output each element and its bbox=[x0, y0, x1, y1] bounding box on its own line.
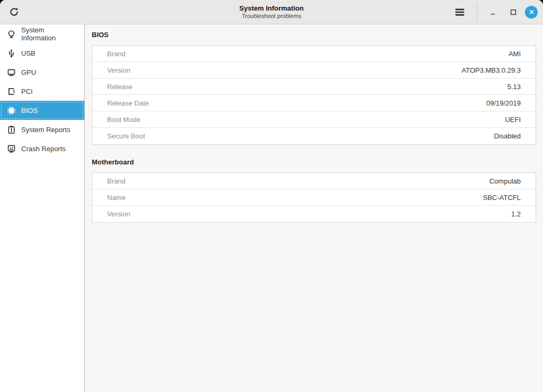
sidebar-item-pci[interactable]: PCI bbox=[0, 82, 84, 101]
refresh-button[interactable] bbox=[5, 4, 22, 21]
sidebar-item-system-reports[interactable]: System Reports bbox=[0, 120, 84, 139]
maximize-button[interactable] bbox=[505, 4, 522, 21]
window-title: System Information bbox=[239, 4, 303, 13]
table-row: Release 5.13 bbox=[92, 79, 536, 95]
row-value: ATOP3.MB3.0.29.3 bbox=[461, 66, 521, 74]
section-heading: Motherboard bbox=[92, 159, 536, 166]
row-value: 09/19/2019 bbox=[486, 99, 521, 107]
window-subtitle: Troubleshoot problems bbox=[239, 13, 303, 20]
minimize-icon bbox=[489, 8, 497, 16]
row-value: Disabled bbox=[494, 132, 521, 140]
sidebar-item-label: BIOS bbox=[21, 107, 38, 115]
app-body: System Information USB GPU PCI BIOS Syst… bbox=[0, 24, 543, 392]
maximize-icon bbox=[509, 8, 518, 16]
section-heading: BIOS bbox=[92, 31, 536, 39]
row-label: Brand bbox=[107, 177, 126, 185]
row-label: Version bbox=[107, 66, 130, 74]
row-label: Release bbox=[107, 83, 133, 91]
section-bios: BIOS Brand AMI Version ATOP3.MB3.0.29.3 … bbox=[92, 31, 536, 145]
row-label: Release Date bbox=[107, 99, 149, 107]
row-value: SBC-ATCFL bbox=[483, 194, 521, 202]
display-icon bbox=[6, 67, 16, 77]
close-icon bbox=[528, 8, 536, 16]
sidebar-item-usb[interactable]: USB bbox=[0, 43, 84, 63]
crash-face-icon bbox=[6, 144, 16, 153]
clipboard-alert-icon bbox=[6, 125, 16, 134]
row-label: Version bbox=[107, 210, 130, 218]
table-row: Boot Mode UEFI bbox=[92, 111, 536, 128]
sidebar-item-crash-reports[interactable]: Crash Reports bbox=[0, 139, 84, 158]
table-row: Brand Compulab bbox=[92, 173, 536, 189]
table-row: Brand AMI bbox=[92, 46, 536, 62]
table-row: Version ATOP3.MB3.0.29.3 bbox=[92, 62, 536, 79]
hamburger-menu-icon bbox=[454, 6, 466, 18]
row-value: 5.13 bbox=[507, 83, 521, 91]
table-row: Version 1.2 bbox=[92, 206, 536, 222]
sidebar-item-gpu[interactable]: GPU bbox=[0, 63, 84, 82]
section-motherboard: Motherboard Brand Compulab Name SBC-ATCF… bbox=[92, 159, 536, 223]
sidebar-item-system-information[interactable]: System Information bbox=[0, 24, 84, 43]
key-value-table: Brand AMI Version ATOP3.MB3.0.29.3 Relea… bbox=[92, 45, 536, 145]
row-label: Name bbox=[107, 194, 126, 202]
sidebar-item-label: USB bbox=[21, 49, 36, 57]
sidebar-item-bios[interactable]: BIOS bbox=[0, 101, 84, 120]
row-value: Compulab bbox=[489, 177, 521, 185]
sidebar-item-label: System Information bbox=[21, 26, 80, 42]
titlebar-controls bbox=[451, 3, 538, 21]
key-value-table: Brand Compulab Name SBC-ATCFL Version 1.… bbox=[92, 172, 536, 223]
usb-icon bbox=[6, 48, 16, 58]
hamburger-menu-button[interactable] bbox=[451, 4, 468, 21]
row-value: UEFI bbox=[505, 116, 521, 124]
content-area: BIOS Brand AMI Version ATOP3.MB3.0.29.3 … bbox=[85, 24, 543, 392]
table-row: Secure Boot Disabled bbox=[92, 128, 536, 144]
sidebar: System Information USB GPU PCI BIOS Syst… bbox=[0, 24, 85, 392]
row-label: Secure Boot bbox=[107, 132, 145, 140]
refresh-icon bbox=[9, 7, 19, 17]
close-button[interactable] bbox=[525, 6, 538, 19]
row-value: AMI bbox=[509, 50, 521, 58]
app-window: System Information Troubleshoot problems bbox=[0, 0, 543, 392]
pci-card-icon bbox=[6, 86, 16, 96]
chip-icon bbox=[6, 106, 16, 115]
titlebar-title-block: System Information Troubleshoot problems bbox=[239, 4, 303, 20]
table-row: Name SBC-ATCFL bbox=[92, 189, 536, 206]
titlebar-separator bbox=[477, 3, 477, 21]
sidebar-item-label: GPU bbox=[21, 68, 36, 76]
table-row: Release Date 09/19/2019 bbox=[92, 95, 536, 111]
row-label: Boot Mode bbox=[107, 116, 141, 124]
row-value: 1.2 bbox=[511, 210, 521, 218]
titlebar: System Information Troubleshoot problems bbox=[0, 0, 543, 24]
sidebar-item-label: Crash Reports bbox=[21, 145, 66, 153]
lightbulb-icon bbox=[6, 29, 16, 39]
sidebar-item-label: System Reports bbox=[21, 126, 70, 134]
minimize-button[interactable] bbox=[485, 4, 502, 21]
row-label: Brand bbox=[107, 50, 126, 58]
sidebar-item-label: PCI bbox=[21, 88, 33, 95]
